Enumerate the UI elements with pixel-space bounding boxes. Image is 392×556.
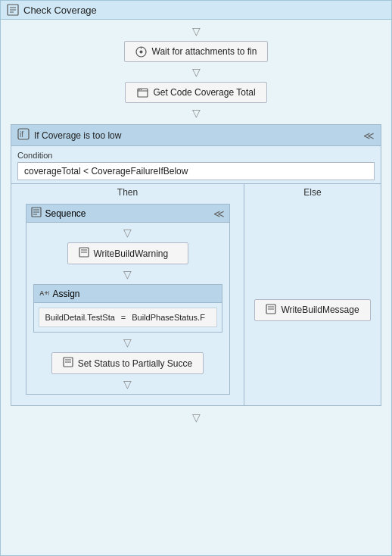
svg-text:if: if: [20, 130, 23, 139]
if-header: if If Coverage is too low ≪: [11, 125, 381, 146]
set-status-label: Set Status to Partially Succe: [78, 358, 192, 369]
svg-point-9: [138, 89, 140, 90]
arrow-7: ▽: [122, 377, 134, 391]
condition-label: Condition: [17, 151, 375, 160]
else-label: Else: [303, 184, 321, 201]
arrow-1: ▽: [190, 24, 202, 38]
main-container: Check Coverage ▽ Wait for attachments to…: [0, 0, 392, 556]
condition-value: coverageTotal < CoverageFailureIfBelow: [17, 162, 375, 180]
if-header-left: if If Coverage is too low: [17, 128, 121, 142]
write-build-warning-label: WriteBuildWarning: [94, 248, 169, 259]
sequence-title: Sequence: [45, 208, 86, 219]
write-build-message-label: WriteBuildMessage: [281, 305, 359, 315]
assign-operator: =: [121, 313, 126, 322]
then-else-row: Then: [11, 183, 381, 405]
then-label: Then: [117, 184, 138, 201]
get-code-node[interactable]: Get Code Coverage Total: [125, 82, 266, 103]
sequence-header-left: Sequence: [31, 207, 86, 220]
main-header: Check Coverage: [1, 1, 391, 20]
svg-text:A+B: A+B: [39, 289, 49, 297]
collapse-button[interactable]: ≪: [363, 130, 375, 142]
assign-header: A+B Assign: [34, 285, 222, 303]
if-block: if If Coverage is too low ≪ Condition co…: [11, 124, 381, 406]
then-column: Then: [11, 184, 244, 405]
code-icon: [136, 86, 148, 98]
svg-point-10: [141, 89, 142, 90]
assign-block: A+B Assign BuildDetail.TestSta = BuildPh…: [33, 284, 222, 333]
arrow-5: ▽: [122, 267, 134, 281]
wait-icon: [135, 45, 148, 58]
assign-left: BuildDetail.TestSta: [45, 313, 115, 322]
assign-body: BuildDetail.TestSta = BuildPhaseStatus.F: [39, 308, 217, 327]
activity-icon: [79, 247, 89, 260]
sequence-body: ▽ WriteBuildWarnin: [26, 223, 229, 394]
sequence-collapse-button[interactable]: ≪: [213, 208, 225, 220]
write-build-message-node[interactable]: WriteBuildMessage: [254, 299, 370, 321]
sequence-block: Sequence ≪ ▽: [26, 204, 230, 395]
arrow-8: ▽: [190, 411, 202, 424]
assign-right: BuildPhaseStatus.F: [132, 313, 205, 322]
assign-icon: A+B: [39, 287, 49, 300]
main-title: Check Coverage: [23, 5, 97, 16]
arrow-6: ▽: [122, 336, 134, 349]
wait-node[interactable]: Wait for attachments to fin: [124, 41, 269, 62]
main-body: ▽ Wait for attachments to fin ▽: [1, 20, 391, 555]
else-activity-icon: [266, 304, 276, 317]
condition-section: Condition coverageTotal < CoverageFailur…: [11, 146, 381, 183]
if-icon: if: [17, 128, 30, 142]
arrow-4: ▽: [122, 226, 134, 239]
get-code-node-label: Get Code Coverage Total: [153, 87, 255, 98]
arrow-2: ▽: [190, 65, 202, 79]
arrow-3: ▽: [190, 106, 202, 120]
assign-title: Assign: [53, 289, 80, 299]
workflow-icon: [7, 4, 19, 16]
svg-point-5: [140, 50, 143, 53]
set-status-icon: [63, 357, 73, 370]
sequence-header: Sequence ≪: [26, 205, 229, 223]
sequence-icon: [31, 207, 42, 220]
if-title: If Coverage is too low: [34, 130, 121, 141]
set-status-node[interactable]: Set Status to Partially Succe: [51, 352, 204, 374]
wait-node-label: Wait for attachments to fin: [152, 46, 257, 57]
else-column: Else WriteBuildMessage: [244, 184, 381, 405]
write-build-warning-node[interactable]: WriteBuildWarning: [67, 242, 188, 264]
